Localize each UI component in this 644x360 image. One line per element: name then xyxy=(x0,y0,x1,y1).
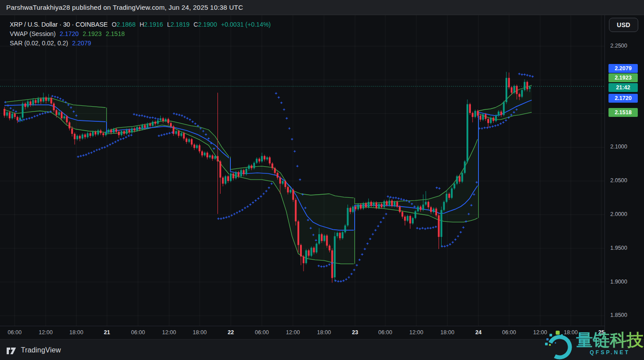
price-axis-label: 1.9000 xyxy=(610,279,627,285)
low-label: L xyxy=(167,21,170,28)
tradingview-logo-icon[interactable] xyxy=(6,346,17,355)
time-axis-label: 23 xyxy=(352,329,358,336)
time-axis-label: 12:00 xyxy=(39,329,52,336)
grid-lines xyxy=(0,15,604,326)
sar-legend-row[interactable]: SAR (0.02, 0.02, 0.2)2.2079 xyxy=(10,39,271,48)
vwap-badge: 2.1720 xyxy=(608,94,638,103)
tradingview-chart-window: ParshwaTurakhiya28 published on TradingV… xyxy=(0,0,644,360)
close-label: C xyxy=(194,21,198,28)
vwap-band-fill xyxy=(4,85,532,264)
time-axis-label: 18:00 xyxy=(193,329,206,336)
vwap-value: 2.1720 xyxy=(59,30,79,37)
price-axis-label: 2.0000 xyxy=(610,211,627,217)
time-axis-label: 18:00 xyxy=(69,329,83,336)
time-axis-label: 21 xyxy=(104,329,110,336)
time-axis-label: 06:00 xyxy=(255,329,269,336)
sar-value: 2.2079 xyxy=(72,40,91,47)
symbol-legend-row[interactable]: XRP / U.S. Dollar · 30 · COINBASEO2.1868… xyxy=(10,20,271,29)
publish-header: ParshwaTurakhiya28 published on TradingV… xyxy=(0,0,644,15)
time-axis-label: 12:00 xyxy=(409,329,423,336)
indicator-legend: XRP / U.S. Dollar · 30 · COINBASEO2.1868… xyxy=(10,20,271,48)
watermark-cn-text: 量链科技 xyxy=(576,331,644,349)
vwap-legend-row[interactable]: VWAP (Session)2.17202.19232.1518 xyxy=(10,29,271,39)
time-axis-label: 12:00 xyxy=(286,329,300,336)
time-axis-label: 24 xyxy=(475,329,482,336)
time-axis-label: 06:00 xyxy=(502,329,516,336)
vwap-upper-band-badge: 2.1923 xyxy=(608,73,638,82)
change-value: +0.0031 (+0.14%) xyxy=(221,21,271,28)
time-axis-label: 06:00 xyxy=(8,329,21,336)
vwap-lower-band-badge: 2.1518 xyxy=(608,108,638,117)
axis-ticks xyxy=(15,46,607,328)
price-axis[interactable]: 2.25002.10002.05002.00001.95001.90001.85… xyxy=(604,15,644,339)
time-axis-label: 18:00 xyxy=(317,329,331,336)
high-label: H xyxy=(139,21,144,28)
price-axis-label: 2.0500 xyxy=(610,177,627,184)
vwap-upper-value: 2.1923 xyxy=(83,30,102,37)
price-axis-label: 2.1000 xyxy=(610,144,627,150)
time-axis-label: 06:00 xyxy=(378,329,392,336)
time-axis-label: 06:00 xyxy=(131,329,145,336)
vwap-label: VWAP (Session) xyxy=(10,30,55,37)
tradingview-brand-text[interactable]: TradingView xyxy=(21,346,61,354)
time-axis-label: 12:00 xyxy=(162,329,176,336)
bar-countdown-badge: 21:42 xyxy=(608,83,638,92)
price-axis-label: 1.9500 xyxy=(610,245,627,251)
low-value: 2.1819 xyxy=(170,21,190,28)
price-axis-label: 2.2500 xyxy=(610,43,627,49)
symbol-title: XRP / U.S. Dollar · 30 · COINBASE xyxy=(10,21,108,28)
site-watermark: 量链科技 QFSP.NET xyxy=(545,331,644,360)
open-value: 2.1868 xyxy=(117,21,136,28)
open-label: O xyxy=(112,21,117,28)
high-value: 2.1916 xyxy=(144,21,163,28)
time-axis[interactable]: 06:0012:0018:002106:0012:0018:002206:001… xyxy=(0,326,604,340)
publish-title: ParshwaTurakhiya28 published on TradingV… xyxy=(6,4,243,11)
price-axis-label: 1.8500 xyxy=(610,312,627,318)
time-axis-label: 18:00 xyxy=(440,329,454,336)
sar-price-badge: 2.2079 xyxy=(608,64,638,73)
close-value: 2.1900 xyxy=(198,21,217,28)
time-axis-label: 22 xyxy=(228,329,234,336)
chart-canvas[interactable] xyxy=(0,0,644,360)
currency-toggle-button[interactable]: USD xyxy=(609,18,638,32)
sar-label: SAR (0.02, 0.02, 0.2) xyxy=(10,40,68,47)
vwap-lower-value: 2.1518 xyxy=(106,30,125,37)
watermark-site-text: QFSP.NET xyxy=(590,349,630,356)
watermark-logo-icon xyxy=(545,331,573,360)
